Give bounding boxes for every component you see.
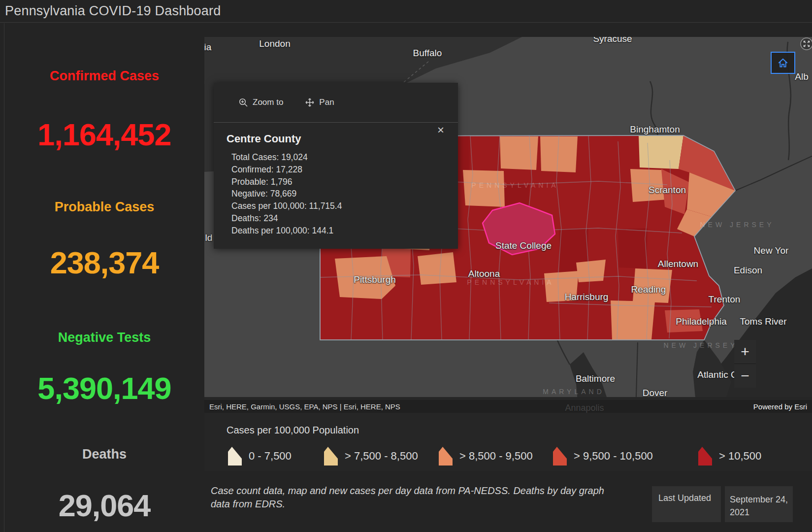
expand-button[interactable] bbox=[800, 37, 812, 50]
city-label: Allentown bbox=[658, 259, 698, 269]
legend-item-label: > 9,500 - 10,500 bbox=[574, 450, 653, 463]
legend-item: > 8,500 - 9,500 bbox=[438, 446, 533, 466]
stat-value-probable-cases: 238,374 bbox=[4, 245, 204, 280]
page-title: Pennsylvania COVID-19 Dashboard bbox=[5, 3, 221, 19]
dashboard: Pennsylvania COVID-19 Dashboard Confirme… bbox=[0, 0, 812, 532]
popup-stat-row: Deaths per 100,000: 144.1 bbox=[231, 225, 458, 237]
legend-item: > 10,500 bbox=[698, 446, 761, 466]
app-header: Pennsylvania COVID-19 Dashboard bbox=[0, 0, 812, 23]
city-label: ld bbox=[205, 233, 213, 243]
pan-arrows-icon bbox=[305, 98, 315, 107]
pan-label: Pan bbox=[319, 98, 334, 107]
state-label: PENNSYLVANIA bbox=[471, 181, 558, 189]
stat-label-deaths: Deaths bbox=[4, 447, 204, 462]
close-icon[interactable]: × bbox=[437, 125, 444, 135]
city-label: London bbox=[259, 38, 290, 49]
city-label: Scranton bbox=[649, 185, 686, 196]
legend-item-label: > 7,500 - 8,500 bbox=[345, 450, 418, 463]
state-label: PENNSYLVANIA bbox=[467, 278, 554, 286]
stat-label-negative-tests: Negative Tests bbox=[4, 330, 204, 345]
powered-by-esri[interactable]: Powered by Esri bbox=[753, 402, 807, 411]
city-label: New Yor bbox=[754, 245, 789, 256]
county-popup: Zoom to Pan Centre County × Total Cases:… bbox=[214, 83, 458, 249]
zoom-to-button[interactable]: Zoom to bbox=[239, 98, 283, 107]
zoom-in-button[interactable]: + bbox=[734, 340, 756, 364]
popup-stat-rows: Total Cases: 19,024Confirmed: 17,228Prob… bbox=[231, 151, 458, 237]
legend-item-label: 0 - 7,500 bbox=[249, 450, 292, 463]
popup-stat-row: Negative: 78,669 bbox=[231, 188, 458, 200]
state-label: MARYLAND bbox=[543, 388, 605, 396]
city-label: Syracuse bbox=[593, 37, 632, 44]
city-label: Harrisburg bbox=[565, 292, 609, 302]
city-label: ia bbox=[204, 42, 211, 53]
popup-title: Centre County bbox=[227, 133, 443, 145]
city-label: Philadelphia bbox=[676, 316, 727, 327]
last-updated-label: Last Updated bbox=[652, 486, 721, 522]
legend-swatch-icon bbox=[698, 446, 713, 466]
city-label: Buffalo bbox=[413, 48, 442, 59]
legend-swatch-icon bbox=[324, 446, 338, 466]
popup-actions: Zoom to Pan bbox=[214, 83, 458, 123]
city-label: Edison bbox=[734, 265, 762, 276]
state-label: NEW JERSEY bbox=[700, 221, 774, 229]
pan-button[interactable]: Pan bbox=[305, 98, 334, 107]
popup-stat-row: Confirmed: 17,228 bbox=[231, 164, 458, 176]
popup-stat-row: Total Cases: 19,024 bbox=[231, 151, 458, 164]
legend-swatch-icon bbox=[438, 446, 453, 466]
zoom-out-button[interactable]: − bbox=[734, 364, 756, 388]
popup-stat-row: Probable: 1,796 bbox=[231, 176, 458, 188]
legend-item-label: > 10,500 bbox=[719, 450, 761, 463]
legend-title: Cases per 100,000 Population bbox=[227, 425, 359, 436]
legend-item: > 7,500 - 8,500 bbox=[324, 446, 418, 466]
panel-divider bbox=[721, 486, 725, 522]
stat-value-negative-tests: 5,390,149 bbox=[4, 370, 204, 406]
stat-label-probable-cases: Probable Cases bbox=[4, 200, 204, 215]
last-updated-value: September 24, 2021 bbox=[725, 486, 793, 522]
city-label: State College bbox=[495, 240, 552, 251]
city-label: Baltimore bbox=[576, 373, 615, 384]
map-attribution: Esri, HERE, Garmin, USGS, EPA, NPS | Esr… bbox=[204, 400, 812, 413]
stat-label-confirmed-cases: Confirmed Cases bbox=[4, 68, 204, 84]
city-label: Reading bbox=[631, 284, 666, 295]
popup-stat-row: Deaths: 234 bbox=[231, 212, 458, 225]
attribution-sources: Esri, HERE, Garmin, USGS, EPA, NPS | Esr… bbox=[209, 402, 400, 411]
city-label: Alb bbox=[795, 71, 808, 82]
legend-item: > 9,500 - 10,500 bbox=[552, 446, 653, 466]
stat-value-deaths: 29,064 bbox=[4, 488, 204, 523]
city-label: Pittsburgh bbox=[354, 274, 396, 285]
magnifier-plus-icon bbox=[239, 98, 248, 107]
legend-item-label: > 8,500 - 9,500 bbox=[459, 450, 533, 463]
zoom-to-label: Zoom to bbox=[253, 98, 283, 107]
stat-value-confirmed-cases: 1,164,452 bbox=[4, 117, 204, 152]
city-label: Altoona bbox=[468, 268, 500, 279]
city-label: Atlantic C bbox=[697, 369, 737, 380]
legend-item: 0 - 7,500 bbox=[227, 446, 292, 466]
city-label: Dover bbox=[643, 388, 668, 399]
state-label: NEW JERSEY bbox=[663, 341, 738, 349]
stats-panel: Confirmed Cases1,164,452Probable Cases23… bbox=[4, 23, 204, 532]
home-icon bbox=[777, 57, 789, 69]
city-label: Toms River bbox=[740, 316, 786, 327]
legend-swatch-icon bbox=[552, 446, 567, 466]
city-label: Trenton bbox=[709, 294, 741, 305]
data-source-caption: Case count data, map and new cases per d… bbox=[211, 484, 611, 511]
home-button[interactable] bbox=[771, 52, 795, 74]
expand-arrows-icon bbox=[800, 37, 812, 50]
zoom-controls: + − bbox=[734, 340, 756, 388]
city-label: Binghamton bbox=[630, 124, 680, 135]
legend-swatch-icon bbox=[227, 446, 242, 466]
last-updated-panel: Last Updated September 24, 2021 bbox=[652, 486, 793, 522]
popup-stat-row: Cases per 100,000: 11,715.4 bbox=[231, 200, 458, 212]
